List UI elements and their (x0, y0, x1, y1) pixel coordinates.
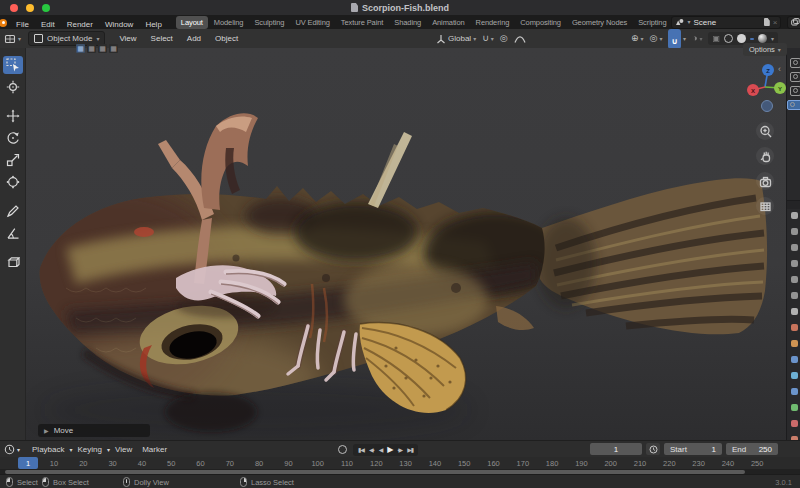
options-button[interactable]: Options▾ (743, 43, 787, 56)
viewport-menu-item[interactable]: Add (180, 34, 208, 43)
scale-tool[interactable] (3, 151, 23, 169)
workspace-tab[interactable]: Rendering (471, 16, 515, 29)
properties-tab-tool-icon[interactable] (791, 244, 798, 251)
timeline-menu-item[interactable]: Marker (137, 445, 172, 454)
timeline-menu-item[interactable]: View (110, 445, 137, 454)
properties-tab-physics-icon[interactable] (791, 388, 798, 395)
jump-to-end-button[interactable]: ▶▮ (405, 446, 415, 454)
measure-tool[interactable] (3, 224, 23, 242)
viewport-3d[interactable] (26, 48, 786, 440)
workspace-tab[interactable]: UV Editing (290, 16, 334, 29)
show-overlays-toggle[interactable]: ◎▾ (650, 34, 663, 43)
timeline-menu-item[interactable]: Keying (73, 445, 107, 454)
workspace-tab[interactable]: Compositing (515, 16, 566, 29)
snapping-active-toggle[interactable]: ∪▾ (668, 29, 686, 49)
playhead[interactable]: 1 (18, 457, 38, 469)
properties-tab-filter-icon[interactable] (791, 228, 798, 235)
play-reverse-button[interactable]: ◀ (377, 446, 385, 454)
proportional-editing-icon[interactable]: ◎ (500, 34, 508, 43)
solid-shading-button[interactable] (737, 34, 746, 43)
rotate-tool[interactable] (3, 129, 23, 147)
workspace-tab[interactable]: Animation (427, 16, 469, 29)
editor-type-icon[interactable] (4, 33, 16, 45)
zoom-window-button[interactable] (42, 4, 50, 12)
workspace-tab[interactable]: Layout (176, 16, 208, 29)
workspace-tab[interactable]: Scripting (633, 16, 671, 29)
cursor-tool[interactable] (3, 78, 23, 96)
transform-tool[interactable] (3, 173, 23, 191)
menu-item[interactable]: Render (61, 20, 99, 29)
use-preview-range-button[interactable] (646, 443, 660, 455)
viewport-menu-item[interactable]: View (112, 34, 143, 43)
add-cube-tool[interactable] (3, 253, 23, 271)
timeline-menu-item[interactable]: Playback (27, 445, 69, 454)
properties-tab-active-tool-icon[interactable] (791, 212, 798, 219)
falloff-curve-icon[interactable] (514, 34, 526, 44)
annotate-tool[interactable] (3, 202, 23, 220)
properties-tab-view-layer-icon[interactable] (791, 292, 798, 299)
grid-icon[interactable]: ▦ (98, 44, 107, 53)
material-preview-button[interactable] (750, 38, 754, 40)
navigation-gizmo[interactable]: Z X Y (741, 56, 789, 112)
wireframe-shading-button[interactable] (724, 34, 733, 43)
properties-tab-modifiers-icon[interactable] (791, 356, 798, 363)
timeline-scrollbar[interactable] (5, 470, 745, 474)
viewport-menu-item[interactable]: Object (208, 34, 245, 43)
view-layer-selector[interactable]: ▾ ViewLayer (787, 16, 800, 29)
workspace-tab[interactable]: Shading (389, 16, 426, 29)
next-keyframe-button[interactable]: •▶ (395, 446, 404, 454)
toggle-xray-icon[interactable]: ▣ (712, 35, 720, 43)
frame-start-field[interactable]: Start1 (664, 443, 722, 455)
camera-view-button[interactable] (756, 172, 774, 190)
properties-tab-particles-icon[interactable] (791, 372, 798, 379)
properties-tab-object-data-icon[interactable] (791, 404, 798, 411)
auto-keying-button[interactable] (338, 445, 347, 454)
menu-item[interactable]: Window (99, 20, 139, 29)
new-scene-icon[interactable] (764, 18, 770, 26)
operator-panel-move[interactable]: ▶ Move (38, 424, 150, 437)
unlink-scene-icon[interactable]: × (773, 18, 778, 27)
properties-tab-world-icon[interactable] (791, 324, 798, 331)
zoom-view-button[interactable] (756, 122, 774, 140)
snap-toggle[interactable]: ∪ ▾ (482, 34, 494, 43)
timeline-editor-icon[interactable] (4, 444, 15, 455)
camera-item-icon[interactable] (790, 72, 800, 82)
grid-icon[interactable]: ▦ (87, 44, 96, 53)
collapse-arrow-icon[interactable]: ‹ (778, 64, 781, 74)
close-window-button[interactable] (10, 4, 18, 12)
viewport-menu-item[interactable]: Select (144, 34, 180, 43)
fish-model[interactable] (26, 48, 786, 440)
toggle-orthographic-button[interactable] (756, 197, 774, 215)
rendered-shading-button[interactable] (758, 34, 767, 43)
timeline-ruler[interactable]: 1020304050607080901001101201301401501601… (0, 457, 800, 469)
frame-end-field[interactable]: End250 (726, 443, 778, 455)
select-box-tool[interactable] (3, 56, 23, 74)
camera-item-icon[interactable] (790, 58, 800, 68)
minimize-window-button[interactable] (26, 4, 34, 12)
xray-toggle[interactable]: ◑▾ (692, 34, 702, 43)
properties-tab-scene-icon[interactable] (791, 308, 798, 315)
camera-item-icon[interactable] (790, 86, 800, 96)
properties-tab-object-icon[interactable] (791, 340, 798, 347)
play-button[interactable]: ▶ (385, 445, 394, 455)
properties-tab-output-icon[interactable] (791, 276, 798, 283)
grid-icon[interactable]: ▦ (76, 44, 85, 53)
menu-item[interactable]: Edit (35, 20, 61, 29)
workspace-tab[interactable]: Sculpting (249, 16, 289, 29)
grid-icon[interactable]: ▦ (109, 44, 118, 53)
workspace-tab[interactable]: Geometry Nodes (567, 16, 632, 29)
show-gizmo-toggle[interactable]: ⊕▾ (631, 34, 644, 43)
properties-tab-render-icon[interactable] (791, 260, 798, 267)
scene-selector[interactable]: ▾ Scene × (671, 16, 781, 29)
current-frame-field[interactable]: 1 (590, 443, 642, 455)
axis-z-negative-handle[interactable] (762, 101, 773, 112)
menu-item[interactable]: Help (139, 20, 167, 29)
move-tool[interactable] (3, 107, 23, 125)
pan-view-button[interactable] (756, 147, 774, 165)
workspace-tab[interactable]: Modeling (209, 16, 249, 29)
previous-keyframe-button[interactable]: ◀• (367, 446, 376, 454)
workspace-tab[interactable]: Texture Paint (336, 16, 388, 29)
properties-tab-material-icon[interactable] (791, 420, 798, 427)
menu-item[interactable]: File (10, 20, 35, 29)
jump-to-start-button[interactable]: ▮◀ (356, 446, 366, 454)
